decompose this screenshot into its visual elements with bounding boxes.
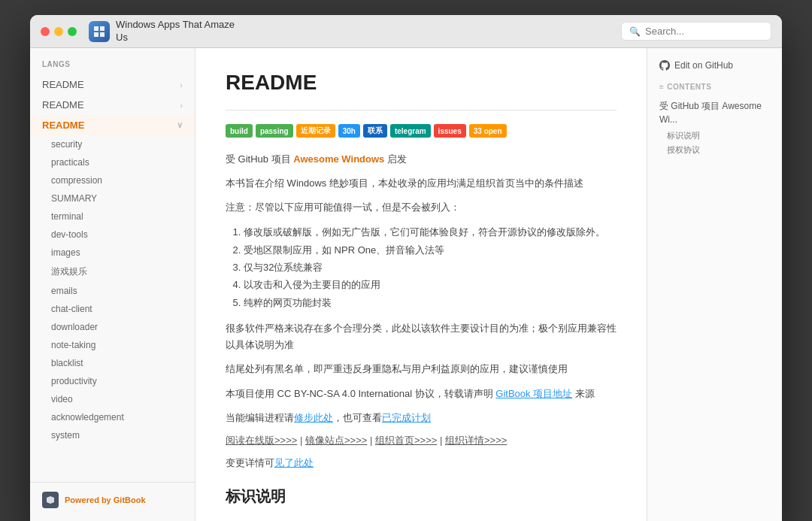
list-item: 以攻击和入侵为主要目的的应用	[244, 276, 617, 293]
sidebar-sub-item-emails[interactable]: emails	[30, 282, 195, 300]
badge-recent: 近期记录	[296, 124, 335, 138]
chevron-down-icon: ∨	[177, 120, 183, 130]
svg-rect-3	[100, 32, 105, 37]
window: Windows Apps That Amaze Us 🔍 LANGS READM…	[30, 15, 782, 521]
badge-contact: 联系	[363, 124, 387, 138]
sidebar-sub-item-images[interactable]: images	[30, 244, 195, 262]
titlebar: Windows Apps That Amaze Us 🔍	[30, 15, 782, 48]
traffic-lights	[41, 27, 77, 36]
sidebar: LANGS README › README › README ∨ securit…	[30, 48, 195, 521]
app-title: Windows Apps That Amaze Us	[116, 19, 235, 44]
search-bar[interactable]: 🔍	[621, 22, 771, 41]
list-item: 修改版或破解版，例如无广告版，它们可能体验良好，符合开源协议的修改版除外。	[244, 223, 617, 241]
para6: 变更详情可见了此处	[226, 455, 617, 471]
minimize-button[interactable]	[54, 27, 63, 36]
sidebar-sub-item-system[interactable]: system	[30, 426, 195, 444]
changelog-link[interactable]: 见了此处	[274, 457, 314, 468]
edit-on-github-label: Edit on GitHub	[674, 60, 733, 71]
list-item: 受地区限制应用，如 NPR One、拼音输入法等	[244, 241, 617, 259]
org-home-link[interactable]: 组织首页>>>>	[375, 435, 437, 446]
sidebar-sub-item-games[interactable]: 游戏娱乐	[30, 262, 195, 282]
main-content: README build passing 近期记录 30h 联系 telegra…	[195, 48, 647, 521]
page-title: README	[226, 71, 617, 95]
intro-section: 受 GitHub 项目 Awesome Windows 启发 本书旨在介绍 Wi…	[226, 151, 617, 471]
chevron-right-icon: ›	[180, 80, 183, 89]
gitbook-powered-text: Powered by GitBook	[65, 495, 146, 504]
para3: 结尾处列有黑名单，即严重违反身重隐私与用户利益原则的应用，建议谨慎使用	[226, 361, 617, 377]
sidebar-sub-item-productivity[interactable]: productivity	[30, 372, 195, 390]
para1: 本书旨在介绍 Windows 绝妙项目，本处收录的应用均满足组织首页当中的条件描…	[226, 175, 617, 192]
list-item: 纯粹的网页功能封装	[244, 294, 617, 311]
sidebar-sub-item-security[interactable]: security	[30, 135, 195, 153]
org-detail-link[interactable]: 组织详情>>>>	[445, 435, 507, 446]
badge-build: build	[226, 124, 253, 138]
svg-rect-1	[100, 26, 105, 31]
edit-on-github-button[interactable]: Edit on GitHub	[659, 60, 770, 71]
sidebar-sub-item-downloader[interactable]: downloader	[30, 318, 195, 336]
svg-rect-2	[94, 32, 98, 37]
sidebar-item-label: README	[42, 120, 84, 131]
sidebar-item-readme-1[interactable]: README ›	[30, 74, 195, 95]
sidebar-sub-item-summary[interactable]: SUMMARY	[30, 189, 195, 207]
para5: 当能编辑进程请修步此处，也可查看已完成计划	[226, 410, 617, 426]
progress-link[interactable]: 修步此处	[294, 412, 333, 423]
chevron-right-icon: ›	[180, 101, 183, 110]
badge-30h: 30h	[338, 124, 360, 138]
toc-sub-item-2[interactable]: 授权协议	[659, 143, 770, 157]
note-label: 注意：尽管以下应用可能值得一试，但是不会被列入：	[226, 199, 617, 216]
sidebar-item-readme-3[interactable]: README ∨	[30, 115, 195, 135]
note-list: 修改版或破解版，例如无广告版，它们可能体验良好，符合开源协议的修改版除外。 受地…	[226, 223, 617, 311]
separator: |	[300, 435, 305, 446]
para4: 本项目使用 CC BY-NC-SA 4.0 International 协议，转…	[226, 386, 617, 402]
mirror-link[interactable]: 镜像站点>>>>	[305, 435, 367, 446]
sidebar-item-label: README	[42, 79, 84, 90]
secondary-heading: 标识说明	[226, 486, 617, 507]
sidebar-sub-item-chat-client[interactable]: chat-client	[30, 300, 195, 318]
sidebar-sub-item-compression[interactable]: compression	[30, 171, 195, 189]
awesome-windows-link[interactable]: Awesome Windows	[293, 153, 384, 165]
toc-item-0[interactable]: 受 GitHub 项目 Awesome Wi...	[659, 97, 770, 129]
sidebar-sub-item-acknowledgement[interactable]: acknowledgement	[30, 408, 195, 426]
badge-issues: issues	[434, 124, 466, 138]
links-row: 阅读在线版>>>> | 镜像站点>>>> | 组织首页>>>> | 组织详情>>…	[226, 434, 617, 447]
sidebar-sub-item-dev-tools[interactable]: dev-tools	[30, 226, 195, 244]
fullscreen-button[interactable]	[68, 27, 77, 36]
plan-link[interactable]: 已完成计划	[382, 412, 431, 423]
search-input[interactable]	[645, 26, 763, 37]
sidebar-sub-item-video[interactable]: video	[30, 390, 195, 408]
separator: |	[370, 435, 375, 446]
badge-passing: passing	[256, 124, 293, 138]
sidebar-item-label: README	[42, 99, 84, 111]
sidebar-sub-item-note-taking[interactable]: note-taking	[30, 336, 195, 354]
sidebar-sub-item-practicals[interactable]: practicals	[30, 153, 195, 171]
badge-telegram: telegram	[390, 124, 431, 138]
toc-sub-item-1[interactable]: 标识说明	[659, 129, 770, 143]
online-link[interactable]: 阅读在线版>>>>	[226, 435, 297, 446]
divider	[226, 110, 617, 111]
sidebar-sub-item-terminal[interactable]: terminal	[30, 207, 195, 226]
badges-row: build passing 近期记录 30h 联系 telegram issue…	[226, 124, 617, 138]
close-button[interactable]	[41, 27, 50, 36]
app-icon	[89, 21, 110, 42]
gitbook-link[interactable]: GitBook 项目地址	[495, 388, 572, 399]
sidebar-sub-item-blacklist[interactable]: blacklist	[30, 354, 195, 372]
app-logo-area: Windows Apps That Amaze Us	[89, 19, 235, 44]
list-item: 仅与32位系统兼容	[244, 259, 617, 276]
para2: 很多软件严格来说存在多个合理分类，此处以该软件主要设计目的为准；极个别应用兼容性…	[226, 320, 617, 353]
sidebar-section-langs: LANGS	[30, 60, 195, 74]
contents-label: ≡ CONTENTS	[659, 83, 770, 91]
badge-open: 33 open	[469, 124, 507, 138]
search-icon: 🔍	[629, 26, 641, 37]
intro-line: 受 GitHub 项目 Awesome Windows 启发	[226, 151, 617, 168]
sidebar-footer: Powered by GitBook	[30, 482, 195, 517]
right-panel: Edit on GitHub ≡ CONTENTS 受 GitHub 项目 Aw…	[647, 48, 782, 521]
gitbook-icon	[42, 492, 59, 508]
separator: |	[440, 435, 445, 446]
sidebar-item-readme-2[interactable]: README ›	[30, 95, 195, 115]
svg-rect-0	[94, 26, 98, 31]
main-layout: LANGS README › README › README ∨ securit…	[30, 48, 782, 521]
